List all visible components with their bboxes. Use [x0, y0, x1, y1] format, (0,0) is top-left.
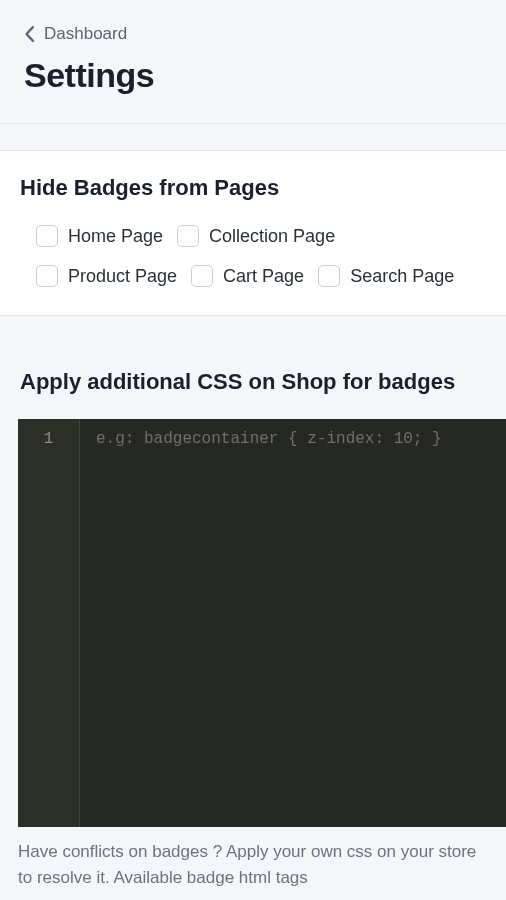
- additional-css-title: Apply additional CSS on Shop for badges: [0, 369, 506, 395]
- checkbox-search-page[interactable]: [318, 265, 340, 287]
- checkbox-item-search-page: Search Page: [318, 265, 454, 287]
- breadcrumb-label: Dashboard: [44, 24, 127, 44]
- checkbox-label: Home Page: [68, 226, 163, 247]
- checkbox-product-page[interactable]: [36, 265, 58, 287]
- checkbox-collection-page[interactable]: [177, 225, 199, 247]
- code-editor-textarea[interactable]: e.g: badgecontainer { z-index: 10; }: [80, 419, 506, 827]
- css-help-text: Have conflicts on badges ? Apply your ow…: [0, 827, 506, 890]
- page-header: Dashboard Settings: [0, 0, 506, 124]
- checkbox-label: Collection Page: [209, 226, 335, 247]
- checkbox-home-page[interactable]: [36, 225, 58, 247]
- hide-badges-checkbox-group: Home Page Collection Page Product Page C…: [20, 225, 486, 287]
- code-editor-placeholder: e.g: badgecontainer { z-index: 10; }: [96, 427, 490, 451]
- checkbox-item-product-page: Product Page: [36, 265, 177, 287]
- code-editor-gutter: 1: [18, 419, 80, 827]
- line-number: 1: [18, 427, 79, 451]
- page-title: Settings: [24, 56, 482, 95]
- css-code-editor[interactable]: 1 e.g: badgecontainer { z-index: 10; }: [18, 419, 506, 827]
- checkbox-item-home-page: Home Page: [36, 225, 163, 247]
- chevron-left-icon: [24, 26, 36, 42]
- checkbox-cart-page[interactable]: [191, 265, 213, 287]
- additional-css-section: Apply additional CSS on Shop for badges …: [0, 345, 506, 890]
- checkbox-item-collection-page: Collection Page: [177, 225, 335, 247]
- checkbox-item-cart-page: Cart Page: [191, 265, 304, 287]
- hide-badges-section: Hide Badges from Pages Home Page Collect…: [0, 150, 506, 316]
- breadcrumb-back-link[interactable]: Dashboard: [24, 24, 127, 44]
- hide-badges-title: Hide Badges from Pages: [20, 175, 486, 201]
- checkbox-label: Search Page: [350, 266, 454, 287]
- checkbox-label: Cart Page: [223, 266, 304, 287]
- checkbox-label: Product Page: [68, 266, 177, 287]
